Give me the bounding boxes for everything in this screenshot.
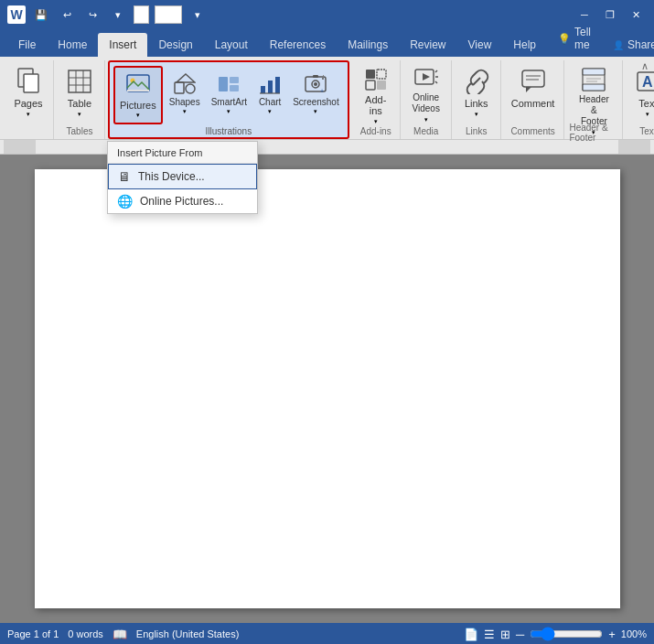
chart-button[interactable]: Chart ▾ — [253, 66, 286, 124]
svg-marker-37 — [526, 87, 531, 92]
online-videos-icon — [412, 67, 441, 91]
svg-rect-28 — [377, 70, 386, 79]
group-label-illustrations: Illustrations — [113, 124, 344, 138]
addins-icon — [361, 67, 391, 92]
shapes-icon — [173, 72, 197, 96]
online-pictures-item[interactable]: 🌐 Online Pictures... — [108, 189, 257, 213]
print-layout-icon[interactable]: ☰ — [484, 628, 495, 641]
smartart-icon — [217, 72, 241, 96]
comment-label: Comment — [511, 98, 555, 109]
zoom-out-icon[interactable]: ─ — [516, 628, 524, 641]
document-page[interactable] — [35, 169, 620, 608]
svg-rect-23 — [313, 75, 318, 78]
tab-mailings[interactable]: Mailings — [337, 33, 399, 57]
table-button[interactable]: Table ▾ — [59, 64, 101, 121]
pictures-dropdown: Insert Picture From 🖥 This Device... 🌐 O… — [107, 141, 258, 214]
close-button[interactable]: ✕ — [625, 4, 647, 26]
tab-insert[interactable]: Insert — [98, 33, 147, 57]
proofing-icon[interactable]: 📖 — [113, 628, 127, 641]
zoom-in-icon[interactable]: + — [608, 628, 616, 641]
tab-home[interactable]: Home — [47, 33, 98, 57]
svg-rect-1 — [24, 74, 38, 92]
shapes-label: Shapes — [169, 97, 200, 107]
ribbon-group-links: Links ▾ Links — [453, 60, 501, 139]
smartart-label: SmartArt — [211, 97, 247, 107]
web-layout-icon[interactable]: ⊞ — [500, 628, 510, 641]
zoom-slider[interactable] — [530, 628, 603, 639]
svg-rect-15 — [230, 85, 239, 91]
undo-qat-button[interactable]: ↩ — [57, 5, 77, 25]
tab-share[interactable]: 👤 Share — [602, 33, 654, 57]
pages-label: Pages — [14, 98, 42, 109]
links-label: Links — [465, 98, 488, 109]
ribbon-group-tables: Table ▾ Tables — [55, 60, 105, 139]
online-videos-label: OnlineVideos — [413, 92, 440, 114]
font-size-combo[interactable]: ▾ — [155, 5, 182, 24]
document-area — [0, 155, 654, 623]
tab-layout[interactable]: Layout — [204, 33, 259, 57]
redo-qat-button[interactable]: ↪ — [82, 5, 102, 25]
links-button[interactable]: Links ▾ — [456, 64, 497, 121]
restore-button[interactable]: ❐ — [599, 4, 621, 26]
table-label: Table — [68, 98, 91, 109]
pictures-button-wrap: Pictures ▾ — [113, 66, 163, 124]
svg-rect-14 — [230, 77, 239, 83]
svg-rect-36 — [522, 70, 544, 87]
online-videos-button[interactable]: OnlineVideos ▾ — [405, 64, 447, 121]
links-icon — [462, 67, 491, 96]
ribbon-group-text: A Text ▾ Text — [624, 60, 654, 139]
svg-rect-2 — [69, 70, 91, 92]
tab-tell-me[interactable]: 💡 Tell me — [547, 20, 602, 57]
online-pictures-label: Online Pictures... — [140, 195, 223, 208]
tab-design[interactable]: Design — [147, 33, 203, 57]
page-count: Page 1 of 1 — [7, 628, 59, 639]
this-device-item[interactable]: 🖥 This Device... — [108, 164, 257, 189]
svg-rect-29 — [366, 80, 375, 90]
this-device-label: This Device... — [138, 170, 205, 183]
language: English (United States) — [136, 628, 240, 639]
text-label: Text — [638, 98, 654, 109]
tab-file[interactable]: File — [7, 33, 47, 57]
tab-help[interactable]: Help — [502, 33, 547, 57]
svg-rect-30 — [377, 80, 386, 90]
addins-label: Add-ins — [361, 94, 391, 116]
pictures-icon — [123, 70, 153, 99]
group-label-tables: Tables — [67, 124, 93, 139]
comment-button[interactable]: Comment ▾ — [506, 64, 561, 121]
customize-qat-button[interactable]: ▾ — [108, 5, 128, 25]
ribbon-group-header-footer: Header &Footer ▾ Header & Footer — [565, 60, 623, 139]
ribbon-collapse-button[interactable]: ∧ — [641, 60, 649, 72]
chart-label: Chart — [259, 97, 281, 107]
group-label-comments: Comments — [510, 124, 554, 139]
tab-references[interactable]: References — [259, 33, 337, 57]
text-button[interactable]: A Text ▾ — [627, 64, 654, 121]
header-footer-icon — [579, 67, 608, 92]
tab-view[interactable]: View — [457, 33, 503, 57]
ribbon-group-illustrations: Pictures ▾ Shapes ▾ — [108, 60, 349, 139]
svg-marker-11 — [177, 74, 195, 82]
font-name-combo[interactable]: ▾ — [134, 5, 149, 24]
save-qat-button[interactable]: 💾 — [31, 5, 51, 25]
screenshot-button[interactable]: + Screenshot ▾ — [288, 66, 344, 124]
read-mode-icon[interactable]: 📄 — [464, 628, 478, 641]
format-options-button[interactable]: ▾ — [188, 5, 208, 25]
this-device-icon: 🖥 — [118, 169, 131, 184]
group-label-media: Media — [413, 124, 438, 139]
screenshot-label: Screenshot — [293, 97, 339, 107]
ribbon-group-pages: Pages ▾ — [4, 60, 54, 139]
word-icon: W — [7, 5, 26, 24]
group-label-header-footer: Header & Footer — [569, 121, 618, 145]
addins-button[interactable]: Add-ins ▾ — [356, 64, 396, 121]
header-footer-button[interactable]: Header &Footer ▾ — [569, 64, 618, 121]
ribbon-group-comments: Comment ▾ Comments — [502, 60, 565, 139]
zoom-level: 100% — [621, 628, 647, 639]
chart-icon — [258, 72, 282, 96]
shapes-button[interactable]: Shapes ▾ — [165, 66, 205, 124]
pages-button[interactable]: Pages ▾ — [7, 64, 49, 121]
svg-rect-16 — [261, 86, 265, 93]
tab-review[interactable]: Review — [399, 33, 456, 57]
online-pictures-icon: 🌐 — [117, 194, 133, 209]
smartart-button[interactable]: SmartArt ▾ — [207, 66, 252, 124]
dropdown-header: Insert Picture From — [108, 142, 257, 164]
pictures-button[interactable]: Pictures ▾ — [115, 68, 161, 123]
